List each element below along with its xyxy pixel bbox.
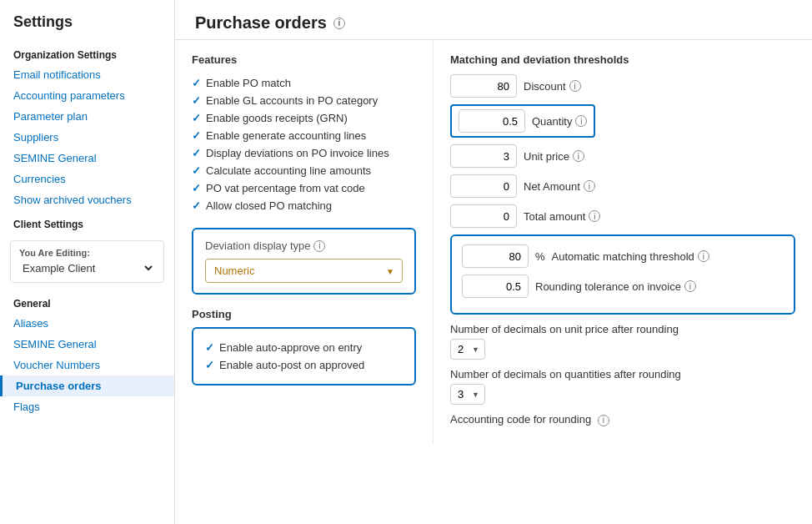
sidebar-item-aliases[interactable]: Aliases bbox=[0, 313, 174, 334]
feature-item-5: ✓ Calculate accounting line amounts bbox=[192, 162, 416, 179]
check-icon-3: ✓ bbox=[192, 129, 201, 142]
org-section-title: Organization Settings bbox=[0, 41, 174, 64]
auto-matching-input[interactable] bbox=[462, 244, 529, 268]
auto-matching-label: Automatic matching threshold i bbox=[552, 250, 709, 263]
posting-box: ✓ Enable auto-approve on entry ✓ Enable … bbox=[192, 327, 416, 385]
auto-rounding-group: % Automatic matching threshold i Roundin… bbox=[450, 234, 795, 315]
posting-title: Posting bbox=[192, 308, 416, 320]
deviation-info-icon[interactable]: i bbox=[313, 240, 325, 252]
threshold-row-quantity: Quantity i bbox=[450, 104, 595, 138]
sidebar-item-suppliers[interactable]: Suppliers bbox=[0, 127, 174, 148]
feature-item-7: ✓ Allow closed PO matching bbox=[192, 197, 416, 214]
sidebar-item-parameter[interactable]: Parameter plan bbox=[0, 106, 174, 127]
feature-item-4: ✓ Display deviations on PO invoice lines bbox=[192, 144, 416, 162]
threshold-input-discount[interactable] bbox=[450, 74, 517, 98]
sidebar: Settings Organization Settings Email not… bbox=[0, 0, 175, 524]
deviation-select[interactable]: Numeric Percentage bbox=[205, 259, 403, 283]
client-section-title: Client Settings bbox=[0, 210, 174, 234]
posting-item-0: ✓ Enable auto-approve on entry bbox=[205, 339, 403, 356]
deviation-select-wrap[interactable]: Numeric Percentage bbox=[205, 259, 403, 283]
rounding-label: Rounding tolerance on invoice i bbox=[535, 280, 696, 293]
sidebar-item-semine-general[interactable]: SEMINE General bbox=[0, 148, 174, 169]
auto-matching-row: % Automatic matching threshold i bbox=[462, 244, 784, 268]
threshold-label-total: Total amount i bbox=[524, 210, 600, 223]
sidebar-title: Settings bbox=[0, 13, 174, 41]
editing-label: You Are Editing: bbox=[19, 248, 155, 258]
threshold-input-unit[interactable] bbox=[450, 144, 517, 168]
decimals-section: Number of decimals on unit price after r… bbox=[450, 323, 795, 426]
decimals-qty-label: Number of decimals on quantities after r… bbox=[450, 368, 795, 380]
decimals-unit-select[interactable]: 1 2 3 4 bbox=[450, 339, 485, 360]
threshold-row-4: Total amount i bbox=[450, 204, 795, 228]
sidebar-item-voucher[interactable]: Voucher Numbers bbox=[0, 355, 174, 375]
sidebar-item-email[interactable]: Email notifications bbox=[0, 64, 174, 85]
feature-list: ✓ Enable PO match ✓ Enable GL accounts i… bbox=[192, 74, 416, 214]
sidebar-item-semine[interactable]: SEMINE General bbox=[0, 334, 174, 355]
threshold-input-quantity[interactable] bbox=[459, 109, 525, 133]
threshold-label-unit: Unit price i bbox=[524, 150, 584, 163]
decimals-unit-select-wrap[interactable]: 1 2 3 4 bbox=[450, 339, 485, 360]
posting-check-1: ✓ bbox=[205, 359, 214, 371]
auto-matching-pct: % bbox=[535, 250, 545, 263]
decimals-qty-select-wrap[interactable]: 1 2 3 4 bbox=[450, 384, 485, 405]
decimals-qty-select[interactable]: 1 2 3 4 bbox=[450, 384, 485, 405]
feature-item-6: ✓ PO vat percentage from vat code bbox=[192, 179, 416, 197]
deviation-label: Deviation display type i bbox=[205, 239, 403, 252]
feature-item-0: ✓ Enable PO match bbox=[192, 74, 416, 92]
right-column: Matching and deviation thresholds Discou… bbox=[434, 40, 812, 443]
client-box: You Are Editing: Example Client bbox=[10, 240, 164, 283]
posting-check-0: ✓ bbox=[205, 341, 214, 354]
thresholds-title: Matching and deviation thresholds bbox=[450, 53, 795, 66]
threshold-input-net[interactable] bbox=[450, 174, 517, 198]
main-body: Features ✓ Enable PO match ✓ Enable GL a… bbox=[175, 40, 812, 443]
page-header: Purchase orders i bbox=[175, 0, 812, 40]
main-content: Purchase orders i Features ✓ Enable PO m… bbox=[175, 0, 812, 524]
total-info-icon[interactable]: i bbox=[589, 210, 600, 222]
auto-matching-info-icon[interactable]: i bbox=[698, 250, 709, 262]
check-icon-7: ✓ bbox=[192, 199, 201, 212]
posting-item-1: ✓ Enable auto-post on approved bbox=[205, 356, 403, 374]
sidebar-item-currencies[interactable]: Currencies bbox=[0, 169, 174, 189]
sidebar-item-accounting[interactable]: Accounting parameters bbox=[0, 85, 174, 106]
check-icon-1: ✓ bbox=[192, 94, 201, 107]
accounting-code-info-icon[interactable]: i bbox=[598, 415, 609, 426]
page-title: Purchase orders i bbox=[195, 13, 792, 33]
threshold-row-3: Net Amount i bbox=[450, 174, 795, 198]
check-icon-4: ✓ bbox=[192, 147, 201, 159]
client-select-wrap[interactable]: Example Client bbox=[19, 261, 155, 275]
deviation-box: Deviation display type i Numeric Percent… bbox=[192, 228, 416, 295]
threshold-row-2: Unit price i bbox=[450, 144, 795, 168]
threshold-label-net: Net Amount i bbox=[524, 180, 595, 193]
client-select[interactable]: Example Client bbox=[19, 261, 155, 275]
threshold-row-0: Discount i bbox=[450, 74, 795, 98]
general-section-title: General bbox=[0, 290, 174, 313]
net-info-icon[interactable]: i bbox=[584, 180, 595, 192]
left-column: Features ✓ Enable PO match ✓ Enable GL a… bbox=[175, 40, 434, 443]
threshold-label-discount: Discount i bbox=[524, 80, 581, 93]
features-title: Features bbox=[192, 53, 416, 66]
decimals-unit-label: Number of decimals on unit price after r… bbox=[450, 323, 795, 335]
quantity-info-icon[interactable]: i bbox=[575, 115, 587, 127]
threshold-input-total[interactable] bbox=[450, 204, 517, 228]
sidebar-item-flags[interactable]: Flags bbox=[0, 396, 174, 417]
check-icon-6: ✓ bbox=[192, 182, 201, 194]
check-icon-0: ✓ bbox=[192, 77, 201, 89]
check-icon-2: ✓ bbox=[192, 112, 201, 124]
discount-info-icon[interactable]: i bbox=[569, 80, 581, 92]
feature-item-3: ✓ Enable generate accounting lines bbox=[192, 127, 416, 144]
check-icon-5: ✓ bbox=[192, 164, 201, 177]
rounding-row: Rounding tolerance on invoice i bbox=[462, 275, 784, 298]
rounding-info-icon[interactable]: i bbox=[684, 280, 696, 292]
unit-info-icon[interactable]: i bbox=[573, 150, 584, 162]
page-title-info-icon[interactable]: i bbox=[333, 18, 345, 29]
feature-item-1: ✓ Enable GL accounts in PO category bbox=[192, 92, 416, 109]
posting-section: Posting ✓ Enable auto-approve on entry ✓… bbox=[192, 308, 416, 385]
sidebar-item-archived[interactable]: Show archived vouchers bbox=[0, 189, 174, 210]
accounting-code-label: Accounting code for rounding i bbox=[450, 413, 795, 426]
sidebar-item-purchase[interactable]: Purchase orders bbox=[0, 375, 174, 396]
threshold-label-quantity: Quantity i bbox=[532, 115, 587, 128]
rounding-input[interactable] bbox=[462, 275, 529, 298]
feature-item-2: ✓ Enable goods receipts (GRN) bbox=[192, 109, 416, 127]
